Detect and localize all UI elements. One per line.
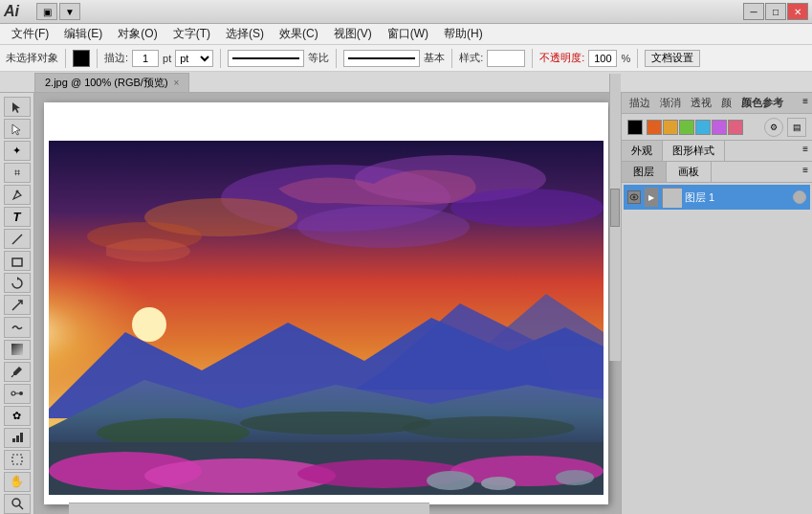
tab-close-button[interactable]: × <box>174 78 180 88</box>
tab-layers[interactable]: 图层 <box>622 162 667 182</box>
svg-point-7 <box>19 391 23 395</box>
style-input[interactable] <box>487 50 525 67</box>
symbol-sprayer-tool[interactable]: ✿ <box>4 406 31 426</box>
svg-point-0 <box>15 190 18 192</box>
menu-file[interactable]: 文件(F) <box>4 24 56 44</box>
tab-stroke[interactable]: 描边 <box>625 94 654 112</box>
menu-window[interactable]: 窗口(W) <box>380 24 436 44</box>
hand-tool[interactable]: ✋ <box>4 472 31 492</box>
tab-artboards[interactable]: 画板 <box>667 162 712 182</box>
blend-tool[interactable] <box>4 384 31 404</box>
swatch-orange[interactable] <box>647 120 662 135</box>
opacity-unit: % <box>621 53 630 64</box>
scale-tool[interactable] <box>4 295 31 315</box>
swatch-green[interactable] <box>679 120 694 135</box>
tab-label: 2.jpg @ 100% (RGB/预览) <box>45 76 168 90</box>
pen-tool[interactable] <box>4 185 31 205</box>
swatch-yellow[interactable] <box>663 120 678 135</box>
view-icon-btn[interactable]: ▣ <box>36 3 57 20</box>
tab-perspective[interactable]: 透视 <box>687 94 715 112</box>
type-tool[interactable]: T <box>4 207 31 227</box>
svg-point-40 <box>633 196 636 199</box>
doc-settings-button[interactable]: 文档设置 <box>645 50 700 67</box>
artboard-tool[interactable] <box>4 450 31 470</box>
layers-menu-icon[interactable]: ≡ <box>802 165 808 175</box>
image-placeholder <box>49 141 604 495</box>
stroke-value[interactable] <box>132 50 159 67</box>
layers-content: ▶ 图层 1 <box>622 183 812 514</box>
main-area: ✦ ⌗ T ✿ <box>0 93 812 514</box>
tab-appearance[interactable]: 外观 <box>622 141 663 161</box>
eyedropper-tool[interactable] <box>4 362 31 382</box>
gradient-tool[interactable] <box>4 340 31 360</box>
line-segment-tool[interactable] <box>4 229 31 249</box>
swatch-pink[interactable] <box>728 120 743 135</box>
right-scrollbar[interactable] <box>609 74 621 361</box>
title-bar: Ai ▣ ▼ ─ □ ✕ <box>0 0 812 24</box>
sep1 <box>65 49 66 68</box>
layer-visibility-btn[interactable] <box>627 190 641 204</box>
svg-line-14 <box>19 505 23 509</box>
layer-expand-btn[interactable]: ▶ <box>645 188 658 207</box>
close-button[interactable]: ✕ <box>787 3 808 20</box>
fill-color-box[interactable] <box>73 50 90 67</box>
app-logo: Ai <box>4 3 33 20</box>
menu-help[interactable]: 帮助(H) <box>436 24 491 44</box>
stroke-line-preview[interactable] <box>228 50 304 67</box>
sep6 <box>532 49 533 68</box>
direct-selection-tool[interactable] <box>4 119 31 139</box>
base-label: 基本 <box>424 51 445 65</box>
color-list-btn[interactable]: ▤ <box>787 118 806 137</box>
scroll-thumb[interactable] <box>610 189 620 227</box>
menu-view[interactable]: 视图(V) <box>326 24 380 44</box>
menu-edit[interactable]: 编辑(E) <box>56 24 110 44</box>
tab-fade[interactable]: 渐消 <box>656 94 685 112</box>
tab-color[interactable]: 颜 <box>717 94 735 112</box>
svg-rect-41 <box>663 189 682 208</box>
lasso-tool[interactable]: ⌗ <box>4 163 31 183</box>
maximize-button[interactable]: □ <box>765 3 786 20</box>
stroke-unit-select[interactable]: pt <box>175 50 213 67</box>
magic-wand-tool[interactable]: ✦ <box>4 141 31 161</box>
opacity-input[interactable] <box>588 50 617 67</box>
swatch-black[interactable] <box>627 120 643 135</box>
menu-select[interactable]: 选择(S) <box>218 24 272 44</box>
left-toolbar: ✦ ⌗ T ✿ <box>0 93 34 514</box>
warp-tool[interactable] <box>4 317 31 337</box>
canvas-area[interactable] <box>34 93 621 514</box>
layer-item[interactable]: ▶ 图层 1 <box>624 185 810 210</box>
svg-line-5 <box>11 375 13 377</box>
rectangle-tool[interactable] <box>4 251 31 271</box>
layer-target-btn[interactable] <box>793 190 806 204</box>
appearance-menu-icon[interactable]: ≡ <box>802 144 808 154</box>
zoom-tool[interactable] <box>4 494 31 514</box>
color-settings-btn[interactable]: ⚙ <box>764 118 783 137</box>
tab-color-ref[interactable]: 颜色参考 <box>737 94 787 112</box>
file-tab[interactable]: 2.jpg @ 100% (RGB/预览) × <box>34 73 189 92</box>
menu-effect[interactable]: 效果(C) <box>272 24 326 44</box>
svg-point-6 <box>11 391 15 395</box>
landscape-svg <box>49 141 604 495</box>
svg-marker-3 <box>17 277 19 280</box>
stroke-line-inner <box>232 57 299 59</box>
canvas-hscroll[interactable] <box>69 503 429 514</box>
tab-graphic-style[interactable]: 图形样式 <box>663 141 725 161</box>
column-graph-tool[interactable] <box>4 428 31 448</box>
rotate-tool[interactable] <box>4 273 31 293</box>
panel-layers-tabs: 图层 画板 ≡ <box>622 162 812 183</box>
svg-point-37 <box>481 477 516 490</box>
view-dropdown-btn[interactable]: ▼ <box>59 3 80 20</box>
swatch-cyan[interactable] <box>695 120 711 135</box>
swatch-purple[interactable] <box>712 120 727 135</box>
selection-tool[interactable] <box>4 97 31 117</box>
svg-rect-12 <box>12 455 22 464</box>
menu-text[interactable]: 文字(T) <box>165 24 218 44</box>
svg-rect-2 <box>12 258 22 266</box>
menu-object[interactable]: 对象(O) <box>110 24 165 44</box>
svg-point-38 <box>556 470 594 485</box>
tab-bar: 2.jpg @ 100% (RGB/预览) × <box>0 72 812 93</box>
base-line-preview[interactable] <box>343 50 420 67</box>
svg-point-36 <box>427 471 474 490</box>
panel-menu-icon[interactable]: ≡ <box>802 96 808 106</box>
minimize-button[interactable]: ─ <box>743 3 764 20</box>
